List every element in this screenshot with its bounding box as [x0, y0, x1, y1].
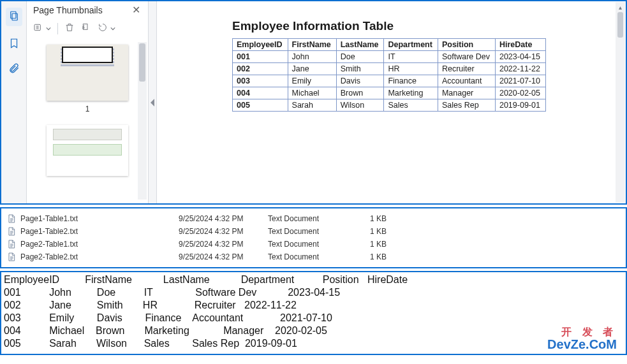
cell-ln: Wilson: [336, 99, 384, 112]
text-file-icon: [6, 252, 17, 262]
thumbnails-body: 1: [27, 38, 148, 203]
thumbnails-pane: Page Thumbnails ✕ 1: [27, 1, 148, 203]
insert-page-button[interactable]: [81, 22, 91, 34]
col-firstname: FirstName: [288, 39, 336, 51]
cell-hire: 2021-07-10: [495, 75, 545, 87]
col-position: Position: [438, 39, 495, 51]
file-date: 9/25/2024 4:32 PM: [179, 227, 268, 236]
cell-fn: Sarah: [288, 99, 336, 112]
text-output-panel: EmployeeID FirstName LastName Department…: [0, 271, 627, 355]
cell-fn: John: [288, 51, 336, 63]
file-name: Page2-Table2.txt: [20, 252, 78, 261]
page-number-label: 1: [47, 105, 128, 113]
file-row[interactable]: Page2-Table2.txt9/25/2024 4:32 PMText Do…: [6, 251, 626, 263]
cell-dept: IT: [384, 51, 438, 63]
file-list-panel: Page1-Table1.txt9/25/2024 4:32 PMText Do…: [0, 207, 627, 268]
paperclip-icon: [8, 62, 20, 74]
text-file-icon: [6, 214, 17, 224]
table-row: 004MichaelBrownMarketingManager2020-02-0…: [233, 87, 546, 99]
attachments-tab[interactable]: [8, 62, 20, 76]
rotate-button[interactable]: [98, 22, 108, 34]
pdf-viewer-panel: Page Thumbnails ✕ 1: [0, 0, 627, 205]
cell-id: 003: [233, 75, 288, 87]
text-data-row: 001 John Doe IT Software Dev 2023-04-15: [4, 286, 621, 299]
cell-hire: 2020-02-05: [495, 87, 545, 99]
cell-pos: Manager: [438, 87, 495, 99]
cell-hire: 2022-11-22: [495, 63, 545, 75]
document-view[interactable]: Employee Information Table EmployeeID Fi…: [157, 1, 626, 203]
file-date: 9/25/2024 4:32 PM: [179, 214, 268, 223]
cell-id: 005: [233, 99, 288, 112]
document-title: Employee Information Table: [232, 19, 619, 33]
page-thumbnails-icon: [8, 10, 20, 22]
table-row: 003EmilyDavisFinanceAccountant2021-07-10: [233, 75, 546, 87]
text-file-icon: [6, 239, 17, 249]
svg-rect-0: [10, 11, 15, 18]
thumbnails-toolbar: [27, 20, 148, 38]
svg-rect-1: [12, 13, 17, 20]
cell-id: 001: [233, 51, 288, 63]
text-data-row: 004 Michael Brown Marketing Manager 2020…: [4, 324, 621, 337]
col-lastname: LastName: [336, 39, 384, 51]
options-button[interactable]: [33, 22, 43, 34]
text-file-icon: [6, 226, 17, 237]
file-type: Text Document: [268, 252, 370, 261]
scroll-up-icon[interactable]: ▴: [616, 3, 625, 11]
cell-id: 004: [233, 87, 288, 99]
employee-table: EmployeeID FirstName LastName Department…: [232, 38, 546, 112]
trash-icon: [64, 22, 75, 33]
cell-fn: Jane: [288, 63, 336, 75]
chevron-down-icon: [46, 26, 51, 31]
file-name: Page1-Table2.txt: [20, 227, 78, 236]
thumbnails-header: Page Thumbnails ✕: [27, 1, 148, 20]
cell-pos: Accountant: [438, 75, 495, 87]
cell-ln: Doe: [336, 51, 384, 63]
cell-dept: Marketing: [384, 87, 438, 99]
cell-fn: Emily: [288, 75, 336, 87]
cell-dept: HR: [384, 63, 438, 75]
file-type: Text Document: [268, 240, 370, 249]
document-scrollbar[interactable]: ▴: [616, 2, 625, 203]
thumbnails-tab[interactable]: [6, 8, 22, 26]
table-row: 005SarahWilsonSalesSales Rep2019-09-01: [233, 99, 546, 112]
text-data-row: 003 Emily Davis Finance Accountant 2021-…: [4, 312, 621, 324]
cell-ln: Brown: [336, 87, 384, 99]
bookmark-tab[interactable]: [8, 38, 20, 51]
page-thumbnail-2[interactable]: [47, 125, 128, 176]
file-size: 1 KB: [370, 240, 408, 249]
cell-ln: Davis: [336, 75, 384, 87]
file-name: Page1-Table1.txt: [20, 214, 78, 223]
splitter-handle[interactable]: [148, 1, 157, 203]
file-row[interactable]: Page1-Table1.txt9/25/2024 4:32 PMText Do…: [6, 212, 626, 225]
cell-dept: Sales: [384, 99, 438, 112]
rotate-icon: [98, 22, 108, 33]
cell-pos: Recruiter: [438, 63, 495, 75]
delete-page-button[interactable]: [64, 22, 75, 34]
file-type: Text Document: [268, 214, 370, 223]
chevron-down-icon: [110, 26, 115, 31]
nav-rail: [1, 1, 27, 203]
table-row: 002JaneSmithHRRecruiter2022-11-22: [233, 63, 546, 75]
file-name: Page2-Table1.txt: [20, 240, 78, 249]
file-size: 1 KB: [370, 252, 408, 261]
page-thumbnail-1[interactable]: 1: [47, 45, 128, 113]
cell-ln: Smith: [336, 63, 384, 75]
file-row[interactable]: Page2-Table1.txt9/25/2024 4:32 PMText Do…: [6, 238, 626, 251]
file-size: 1 KB: [370, 227, 408, 236]
col-department: Department: [384, 39, 438, 51]
file-date: 9/25/2024 4:32 PM: [179, 252, 268, 261]
file-type: Text Document: [268, 227, 370, 236]
cell-hire: 2023-04-15: [495, 51, 545, 63]
col-employeeid: EmployeeID: [233, 39, 288, 51]
file-row[interactable]: Page1-Table2.txt9/25/2024 4:32 PMText Do…: [6, 225, 626, 238]
close-thumbnails-button[interactable]: ✕: [129, 4, 143, 16]
options-icon: [33, 22, 43, 33]
cell-dept: Finance: [384, 75, 438, 87]
cell-hire: 2019-09-01: [495, 99, 545, 112]
file-size: 1 KB: [370, 214, 408, 223]
cell-id: 002: [233, 63, 288, 75]
cell-pos: Sales Rep: [438, 99, 495, 112]
thumbnails-scrollbar[interactable]: [138, 42, 147, 200]
text-data-row: 005 Sarah Wilson Sales Sales Rep 2019-09…: [4, 337, 621, 350]
col-hiredate: HireDate: [495, 39, 545, 51]
